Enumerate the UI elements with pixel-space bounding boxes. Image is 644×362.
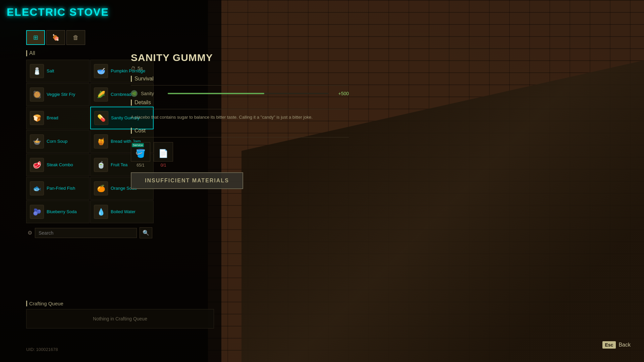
- survival-stats: 🌿 Sanity +500: [131, 90, 349, 97]
- cost-section: Cost Service 🪣 65/1 📄 0/1 INSUFFICIENT M…: [131, 128, 349, 189]
- item-icon-fruit-tea: 🍵: [94, 158, 108, 172]
- item-icon-corn-soup: 🍲: [30, 134, 44, 148]
- stat-name-sanity: Sanity: [141, 91, 164, 96]
- back-button[interactable]: Esc Back: [602, 341, 631, 349]
- item-cell-boiled-water[interactable]: 💧 Boiled Water: [90, 200, 154, 223]
- grid-icon: ⊞: [33, 34, 38, 41]
- item-name-blueberry-soda: Blueberry Soda: [47, 209, 77, 215]
- item-icon-veggie-stir-fry: 🥘: [30, 87, 44, 102]
- item-icon-pumpkin-porridge: 🥣: [94, 64, 108, 78]
- item-name-veggie-stir-fry: Veggie Stir Fry: [47, 92, 75, 98]
- item-icon-bread-jam: 🍯: [94, 134, 108, 148]
- item-cell-veggie-stir-fry[interactable]: 🥘 Veggie Stir Fry: [26, 83, 90, 106]
- item-name-salt: Salt: [47, 68, 54, 74]
- queue-label: Crafting Queue: [26, 301, 214, 306]
- cost-item-icon-1: 📄: [158, 149, 168, 158]
- tab-trash[interactable]: 🗑: [66, 30, 85, 45]
- clock-icon: ⏱: [131, 66, 136, 71]
- tab-food[interactable]: 🍖: [46, 30, 65, 45]
- item-icon-blueberry-soda: 🫐: [30, 205, 44, 219]
- stat-row-sanity: 🌿 Sanity +500: [131, 90, 349, 97]
- stat-icon-sanity: 🌿: [131, 90, 138, 97]
- item-icon-sanity-gummy: 💊: [94, 111, 108, 125]
- cost-divider: [131, 137, 349, 137]
- details-divider: [131, 109, 349, 109]
- item-name-cornbread: Cornbread: [111, 92, 131, 98]
- item-name-bread: Bread: [47, 115, 58, 121]
- item-icon-orange-soda: 🍊: [94, 181, 108, 195]
- cost-item-box-0: Service 🪣: [131, 142, 150, 162]
- item-name-boiled-water: Boiled Water: [111, 209, 136, 215]
- stat-value-sanity: +500: [332, 91, 349, 96]
- cost-item-icon-0: 🪣: [136, 149, 146, 158]
- item-icon-steak-combo: 🥩: [30, 158, 44, 172]
- cost-item-1: 📄 0/1: [154, 142, 173, 168]
- cost-items: Service 🪣 65/1 📄 0/1: [131, 142, 349, 168]
- cost-item-count-1: 0/1: [161, 163, 166, 168]
- stat-bar-fill: [168, 93, 264, 94]
- item-cell-corn-soup[interactable]: 🍲 Corn Soup: [26, 130, 90, 153]
- item-cell-blueberry-soda[interactable]: 🫐 Blueberry Soda: [26, 200, 90, 223]
- item-name-corn-soup: Corn Soup: [47, 139, 67, 144]
- cost-item-count-0: 65/1: [137, 163, 144, 168]
- craft-time: ⏱ 5s: [131, 65, 349, 71]
- queue-empty-text: Nothing in Crafting Queue: [26, 309, 214, 328]
- stat-bar-bg: [168, 93, 329, 94]
- details-description: A placebo that contains sugar to balance…: [131, 114, 325, 121]
- tab-grid[interactable]: ⊞: [26, 30, 45, 45]
- item-cell-steak-combo[interactable]: 🥩 Steak Combo: [26, 154, 90, 176]
- item-icon-boiled-water: 💧: [94, 205, 108, 219]
- item-name-pan-fried-fish: Pan-Fried Fish: [47, 186, 75, 191]
- page-title: ELECTRIC STOVE: [7, 6, 109, 18]
- esc-key: Esc: [602, 341, 616, 349]
- back-label: Back: [619, 342, 631, 348]
- filter-icon[interactable]: ⚙: [28, 230, 32, 236]
- item-cell-salt[interactable]: 🧂 Salt: [26, 60, 90, 82]
- cost-item-box-1: 📄: [154, 142, 173, 162]
- search-button[interactable]: 🔍: [140, 227, 152, 238]
- tab-bar: ⊞ 🍖 🗑: [26, 30, 154, 45]
- crafting-queue: Crafting Queue Nothing in Crafting Queue: [26, 301, 214, 328]
- uid-label: UID: 100021678: [26, 347, 58, 352]
- item-icon-cornbread: 🌽: [94, 87, 108, 102]
- cost-header: Cost: [131, 128, 349, 134]
- craft-button[interactable]: INSUFFICIENT MATERIALS: [131, 172, 243, 189]
- cost-item-label-0: Service: [132, 143, 144, 147]
- item-name-steak-combo: Steak Combo: [47, 162, 73, 168]
- survival-divider: [131, 85, 349, 85]
- search-input[interactable]: [35, 228, 137, 238]
- item-title: SANITY GUMMY: [131, 52, 349, 63]
- cost-item-0: Service 🪣 65/1: [131, 142, 150, 168]
- item-icon-pan-fried-fish: 🐟: [30, 181, 44, 195]
- item-name-fruit-tea: Fruit Tea: [111, 162, 127, 168]
- survival-header: Survival: [131, 76, 349, 82]
- detail-panel: SANITY GUMMY ⏱ 5s Survival 🌿 Sanity +500…: [131, 52, 349, 189]
- item-cell-pan-fried-fish[interactable]: 🐟 Pan-Fried Fish: [26, 177, 90, 200]
- search-bar: ⚙ 🔍: [26, 227, 154, 238]
- trash-icon: 🗑: [73, 34, 79, 41]
- item-icon-bread: 🍞: [30, 111, 44, 125]
- item-cell-bread[interactable]: 🍞 Bread: [26, 107, 90, 129]
- item-icon-salt: 🧂: [30, 64, 44, 78]
- details-header: Details: [131, 100, 349, 106]
- food-icon: 🍖: [52, 34, 59, 41]
